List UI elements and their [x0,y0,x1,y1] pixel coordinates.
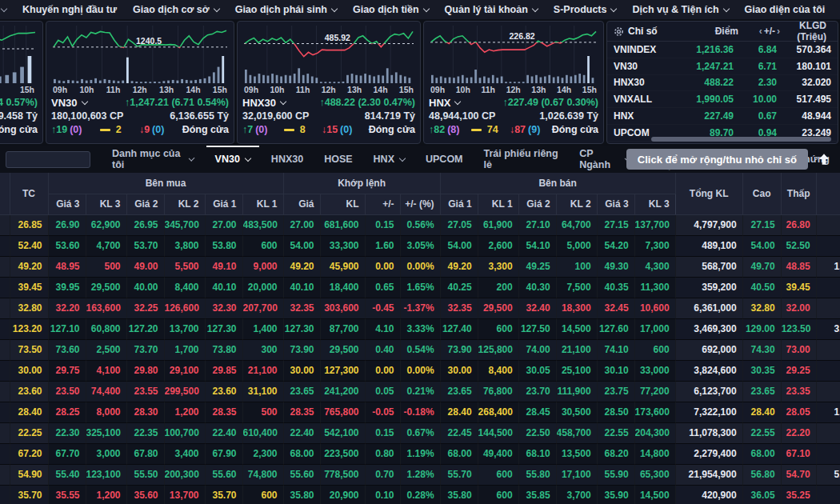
cell: 127.60 [597,318,634,339]
index-row-hnx[interactable]: HNX227.490.6748.944 [607,108,838,125]
search-input[interactable] [6,151,90,168]
next-arrow-icon[interactable]: › [775,26,782,37]
horizontal-scrollbar[interactable] [651,137,831,142]
tab-upcom[interactable]: UPCOM [415,146,474,173]
cell: 68.20 [597,443,634,464]
cell: 0.10 [365,485,400,504]
cell: 67.20 [10,443,48,464]
group-buy: Bên mua [48,173,283,194]
advancers-count: ↑19(0) [51,123,82,137]
table-row[interactable]: 73.5073.602,50073.701,70073.8030073.9029… [0,339,840,360]
menu-item-giao-d-ch-c-s-[interactable]: Giao dịch cơ sở [133,4,219,15]
index-chart-panel-hnx: 226.8209h10h11h12h13h14h15hHNX↑227.49 (0… [423,21,604,144]
menu-item-d-ch-v-ti-n-ch[interactable]: Dịch vụ & Tiện ích [632,4,728,15]
symbol-cell-sliver [0,256,10,277]
tab-danh-m-c-c-a-t-i[interactable]: Danh mục của tôi [102,146,205,173]
cell: 29.75 [48,360,86,381]
index-name-dropdown[interactable]: VN30 [51,96,87,110]
table-row[interactable]: 30.0029.754,10029.8029,10029.8521,10030.… [0,360,840,381]
cell: 2,500 [86,339,126,360]
index-row-vnindex[interactable]: VNINDEX1,216.366.84570.364 [607,42,838,58]
menu-item-s-products[interactable]: S-Products [554,4,617,15]
menu-item-giao-di-n-c-a-t-i[interactable]: Giao diện của tôi [745,4,826,15]
cell: 22.40 [205,422,242,443]
cell: 67.10 [781,443,816,464]
tab-hnx[interactable]: HNX [363,146,415,173]
index-change: 2.30 [734,77,777,88]
cell: 214,2 [816,360,840,381]
cell: 62,900 [86,214,126,235]
cell: 123,100 [86,464,126,485]
index-point: 1,990.05 [676,94,734,105]
cell: 173,600 [634,402,675,422]
table-row[interactable]: 54.9055.40123,10055.50200,30055.6074,800… [0,464,840,485]
table-row[interactable]: 35.7035.551,20035.6013,70035.7060035.802… [0,485,840,504]
tab-label: VN30 [215,154,240,165]
cell: 73.50 [10,339,48,360]
cell: 49.20 [440,256,478,277]
table-row[interactable]: 39.4539.9529,50040.008,40040.1020,00040.… [0,277,840,298]
symbol-cell-sliver [0,318,10,339]
time-label: 11h [106,85,121,96]
index-row-vn30[interactable]: VN301,247.216.71180.101 [607,58,838,75]
svg-text:485.92: 485.92 [325,33,350,42]
table-row[interactable]: 67.2067.703,00067.803,40067.902,30068.00… [0,443,840,464]
menu-item-giao-d-ch-ti-n[interactable]: Giao dịch tiền [353,4,429,15]
cell: 1,405,3 [816,402,840,422]
cell: 67,0 [816,235,840,256]
tab-hnx30[interactable]: HNX30 [261,146,314,173]
cell: 20,000 [242,277,283,298]
chevron-down-icon [532,5,538,11]
cell: 4.10 [365,318,400,339]
table-row[interactable]: 22.2522.30325,10022.35100,70022.40610,40… [0,422,840,443]
tab-tr-i-phi-u-ri-ng-l-[interactable]: Trái phiếu riêng lẻ [474,146,570,173]
cell: 299,500 [164,381,205,402]
cell: 67.70 [48,443,86,464]
cell: 600 [242,485,283,504]
table-row[interactable]: 52.4053.604,70053.703,80053.8060054.0033… [0,235,840,256]
prev-arrow-icon[interactable]: ‹ [758,26,764,37]
cell: 66,1 [816,339,840,360]
cell: 600 [242,235,283,256]
table-row[interactable]: 28.4028.258,00028.301,20028.3550028.3576… [0,402,840,422]
table-row[interactable]: 32.8032.20163,60032.25126,60032.30207,70… [0,298,840,318]
cell: -0.18% [400,402,440,422]
table-row[interactable]: 26.8526.9062,90026.95345,70027.00483,500… [0,214,840,235]
col-high: Cao [742,173,781,214]
index-row-hnx30[interactable]: HNX30488.222.3032.020 [607,75,838,92]
cell: 76,800 [478,381,518,402]
menu-item-qu-n-l-t-i-kho-n[interactable]: Quản lý tài khoản [445,4,538,15]
time-label: 14h [557,85,571,96]
cell: 30.35 [742,360,781,381]
chevron-down-icon[interactable] [1,5,7,11]
col-buy-vol3: KL 3 [86,194,126,214]
index-row-vnxall[interactable]: VNXALL1,990.0510.00517.495 [607,91,838,108]
cell: 33,300 [320,235,365,256]
cell: 30.00 [283,360,320,381]
menu-item-label: Khuyến nghị đầu tư [22,4,117,15]
cell: 68.00 [440,443,478,464]
svg-text:1240.5: 1240.5 [136,36,162,46]
cell: 26.90 [48,214,86,235]
collapse-indices-button[interactable] [814,150,834,169]
menu-item-khuy-n-ngh-u-t-[interactable]: Khuyến nghị đầu tư [22,4,117,15]
cell: 14,500 [634,485,675,504]
symbol-cell-sliver [0,464,10,485]
cell: 127.50 [518,318,556,339]
table-row[interactable]: 49.2048.9550049.005,50049.109,00049.2045… [0,256,840,277]
index-name-dropdown[interactable]: HNX30 [242,96,286,110]
tab-hose[interactable]: HOSE [314,146,362,173]
table-row[interactable]: 23.6023.5074,40023.55299,50023.6031,1002… [0,381,840,402]
cell: 35.70 [205,485,242,504]
intraday-sparkline-chart [0,24,38,85]
tab-vn30[interactable]: VN30 [205,146,261,173]
gear-icon[interactable] [614,26,624,37]
menu-item-label: Giao dịch tiền [353,4,419,15]
group-sell: Bên bán [440,173,675,194]
cell: 27.00 [205,214,242,235]
table-row[interactable]: 123.20127.1060,800127.2013,700127.301,40… [0,318,840,339]
index-name-dropdown[interactable]: HNX [429,96,460,110]
menu-item-giao-d-ch-ph-i-sinh[interactable]: Giao dịch phái sinh [235,4,337,15]
symbol-cell-sliver [0,422,10,443]
cell: 67.80 [126,443,164,464]
